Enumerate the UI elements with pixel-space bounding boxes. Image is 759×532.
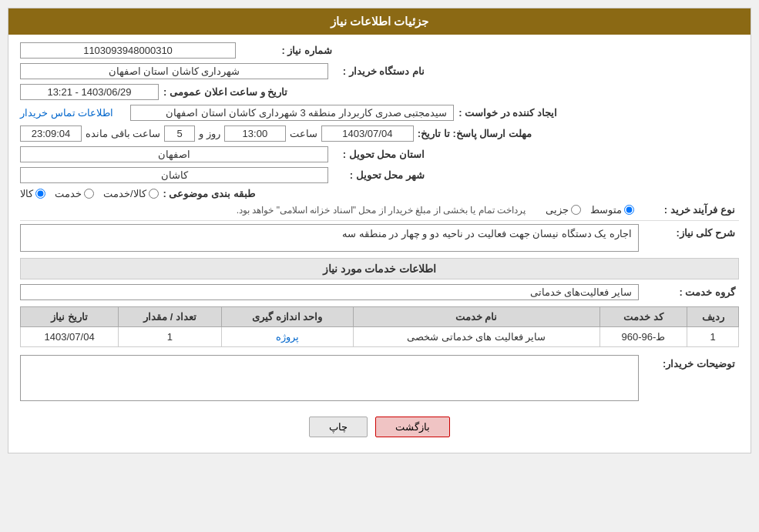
nawf-jozi-radio[interactable] [571, 205, 581, 215]
nam-dastgah-label: نام دستگاه خریدار : [328, 65, 428, 77]
col-date: تاریخ نیاز [21, 307, 119, 327]
print-button[interactable]: چاپ [309, 417, 368, 437]
group-label: گروه خدمت : [639, 286, 739, 298]
nawf-note: پرداخت تمام یا بخشی از مبلغ خریدار از مح… [20, 205, 526, 216]
nawf-options: متوسط جزیی [546, 204, 634, 216]
ijad-value: سیدمجتبی صدری کاربردار منطقه 3 شهرداری ک… [130, 105, 454, 121]
cell-unit[interactable]: پروژه [221, 327, 353, 347]
mohlat-remaining-label: ساعت باقی مانده [86, 128, 160, 139]
shomare-niaz-row: شماره نیاز : 1103093948000310 [20, 42, 739, 59]
sharh-label: شرح کلی نیاز: [639, 224, 739, 239]
mohlat-date: 1403/07/04 [321, 125, 414, 142]
shomare-niaz-label: شماره نیاز : [236, 45, 336, 56]
tabagheh-row: طبقه بندی موضوعی : کالا/خدمت خدمت کالا [20, 188, 739, 199]
col-unit: واحد اندازه گیری [221, 307, 353, 327]
tabagheh-khidmat[interactable]: خدمت [55, 188, 94, 199]
sharh-row: شرح کلی نیاز: اجاره یک دستگاه نیسان جهت … [20, 224, 739, 252]
cell-count: 1 [119, 327, 221, 347]
nawf-motovaset-radio[interactable] [624, 205, 634, 215]
announce-date-label: تاریخ و ساعت اعلان عمومی : [163, 86, 291, 98]
tabagheh-kala[interactable]: کالا [20, 188, 45, 199]
cell-date: 1403/07/04 [21, 327, 119, 347]
contact-link[interactable]: اطلاعات تماس خریدار [20, 107, 113, 119]
mohlat-days-label: روز و [199, 128, 220, 139]
tabagheh-kala-khidmat[interactable]: کالا/خدمت [103, 188, 159, 199]
col-radif: ردیف [687, 307, 739, 327]
tabagheh-kala-radio[interactable] [35, 189, 45, 199]
shahr-row: شهر محل تحویل : کاشان [20, 167, 739, 183]
buttons-row: بازگشت چاپ [20, 409, 739, 445]
tabagheh-kala-khidmat-radio[interactable] [149, 189, 159, 199]
deadline-row: مهلت ارسال پاسخ: تا تاریخ: 1403/07/04 سا… [20, 125, 739, 142]
mohlat-time-label: ساعت [290, 128, 317, 139]
ostan-value: اصفهان [20, 146, 328, 162]
group-value: سایر فعالیت‌های خدماتی [20, 284, 639, 300]
header-bar: جزئیات اطلاعات نیاز [8, 8, 751, 35]
tawzih-box[interactable] [20, 355, 639, 401]
page-container: جزئیات اطلاعات نیاز شماره نیاز : 1103093… [0, 0, 759, 532]
group-row: گروه خدمت : سایر فعالیت‌های خدماتی [20, 284, 739, 300]
col-count: تعداد / مقدار [119, 307, 221, 327]
announce-date-value: 1403/06/29 - 13:21 [20, 84, 159, 100]
shomare-niaz-value: 1103093948000310 [20, 42, 236, 59]
header-title: جزئیات اطلاعات نیاز [331, 15, 428, 28]
ijad-row: ایجاد کننده در خواست : سیدمجتبی صدری کار… [20, 105, 739, 121]
nawf-motovaset[interactable]: متوسط [590, 204, 634, 216]
content: شماره نیاز : 1103093948000310 نام دستگاه… [8, 35, 751, 453]
table-row: 1 ط-96-960 سایر فعالیت های خدماتی شخصی پ… [21, 327, 739, 347]
col-code: کد خدمت [599, 307, 687, 327]
announce-date-row: تاریخ و ساعت اعلان عمومی : 1403/06/29 - … [20, 84, 739, 100]
service-info-title: اطلاعات خدمات مورد نیاز [20, 258, 739, 279]
mohlat-time: 13:00 [224, 125, 286, 142]
ijad-label: ایجاد کننده در خواست : [458, 107, 561, 119]
tawzih-row: توضیحات خریدار: [20, 355, 739, 401]
cell-code: ط-96-960 [599, 327, 687, 347]
col-name: نام خدمت [353, 307, 599, 327]
tabagheh-options: کالا/خدمت خدمت کالا [20, 188, 159, 199]
nam-dastgah-row: نام دستگاه خریدار : شهرداری کاشان استان … [20, 63, 739, 79]
shahr-value: کاشان [20, 167, 328, 183]
mohlat-days: 5 [164, 125, 195, 142]
cell-radif: 1 [687, 327, 739, 347]
ostan-row: استان محل تحویل : اصفهان [20, 146, 739, 162]
services-table: ردیف کد خدمت نام خدمت واحد اندازه گیری ت… [20, 306, 739, 347]
mohlat-label: مهلت ارسال پاسخ: تا تاریخ: [418, 128, 536, 139]
sharh-value: اجاره یک دستگاه نیسان جهت فعالیت در ناحی… [20, 224, 639, 252]
tawzih-label: توضیحات خریدار: [639, 355, 739, 370]
tabagheh-khidmat-radio[interactable] [84, 189, 94, 199]
ostan-label: استان محل تحویل : [328, 149, 428, 160]
nam-dastgah-value: شهرداری کاشان استان اصفهان [20, 63, 328, 79]
mohlat-remaining: 23:09:04 [20, 125, 82, 142]
back-button[interactable]: بازگشت [375, 417, 450, 437]
tabagheh-label: طبقه بندی موضوعی : [159, 188, 259, 199]
nawf-row: نوع فرآیند خرید : متوسط جزیی پرداخت تمام… [20, 204, 739, 216]
cell-name: سایر فعالیت های خدماتی شخصی [353, 327, 599, 347]
shahr-label: شهر محل تحویل : [328, 169, 428, 181]
nawf-label: نوع فرآیند خرید : [639, 204, 739, 216]
nawf-jozi[interactable]: جزیی [546, 204, 581, 216]
main-box: جزئیات اطلاعات نیاز شماره نیاز : 1103093… [8, 8, 751, 453]
